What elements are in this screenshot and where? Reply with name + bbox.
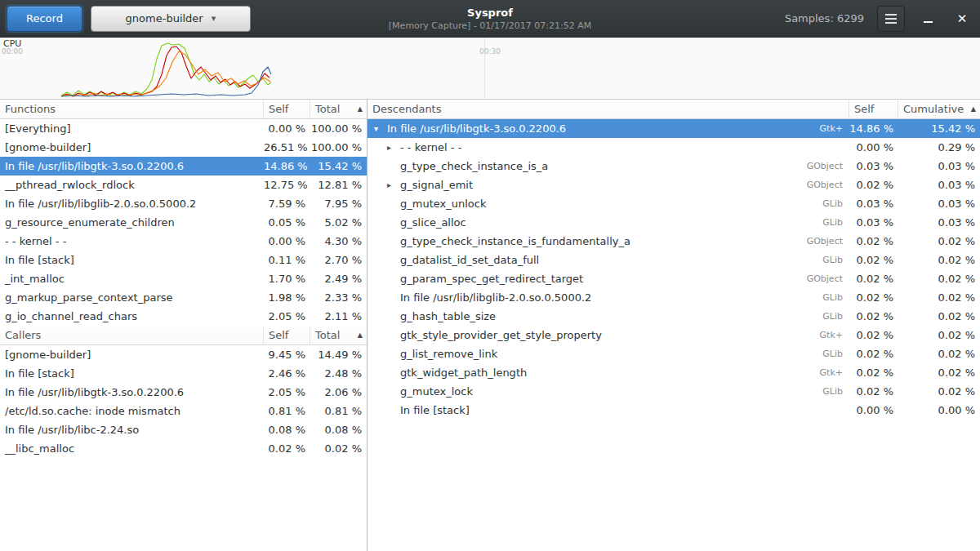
descendant-name: g_list_remove_link	[400, 344, 822, 363]
tree-row[interactable]: g_type_check_instance_is_aGObject0.03 %0…	[368, 157, 980, 176]
table-row[interactable]: g_markup_parse_context_parse1.98 %2.33 %	[0, 288, 367, 307]
sort-indicator-icon: ▲	[358, 105, 363, 113]
table-row[interactable]: In file /usr/lib/libgtk-3.so.0.2200.62.0…	[0, 383, 367, 402]
headerbar: Record gnome-builder ▾ Sysprof [Memory C…	[0, 0, 980, 38]
cpu-usage-chart[interactable]: CPU 00:00 00:30	[0, 38, 980, 100]
descendant-name-cell: ▸- - kernel - -	[368, 138, 849, 157]
library-category: Gtk+	[820, 119, 849, 138]
tree-row[interactable]: g_type_check_instance_is_fundamentally_a…	[368, 232, 980, 251]
tree-row[interactable]: g_hash_table_sizeGLib0.02 %0.02 %	[368, 307, 980, 326]
descendant-name-cell: gtk_widget_path_lengthGtk+	[368, 363, 849, 382]
column-header-self[interactable]: Self	[849, 100, 898, 118]
table-row[interactable]: - - kernel - -0.00 %4.30 %	[0, 232, 367, 251]
column-header-callers[interactable]: Callers	[0, 326, 264, 344]
tree-row[interactable]: g_list_remove_linkGLib0.02 %0.02 %	[368, 344, 980, 363]
functions-table: [Everything]0.00 %100.00 %[gnome-builder…	[0, 119, 367, 326]
table-row[interactable]: In file /usr/lib/libglib-2.0.so.0.5000.2…	[0, 194, 367, 213]
column-header-total[interactable]: Total ▲	[310, 326, 367, 344]
table-row[interactable]: __libc_malloc0.02 %0.02 %	[0, 439, 367, 458]
samples-count: Samples: 6299	[785, 12, 864, 24]
table-row[interactable]: [Everything]0.00 %100.00 %	[0, 119, 367, 138]
cumulative-percent: 0.02 %	[898, 382, 980, 401]
tree-row[interactable]: In file /usr/lib/libglib-2.0.so.0.5000.2…	[368, 288, 980, 307]
descendant-name-cell: gtk_style_provider_get_style_propertyGtk…	[368, 326, 849, 344]
table-row[interactable]: In file /usr/lib/libc-2.24.so0.08 %0.08 …	[0, 420, 367, 439]
total-percent: 0.81 %	[310, 402, 367, 420]
self-percent: 7.59 %	[264, 194, 310, 213]
expander-closed-icon[interactable]: ▸	[387, 138, 400, 157]
function-name: In file /usr/lib/libc-2.24.so	[0, 420, 264, 439]
descendant-name: In file [stack]	[400, 401, 843, 420]
record-button[interactable]: Record	[7, 6, 82, 32]
tree-row[interactable]: g_mutex_lockGLib0.02 %0.02 %	[368, 382, 980, 401]
library-category: GLib	[822, 307, 849, 326]
table-row[interactable]: g_io_channel_read_chars2.05 %2.11 %	[0, 307, 367, 326]
self-percent: 0.02 %	[849, 344, 898, 363]
cumulative-percent: 0.03 %	[898, 213, 980, 232]
cumulative-percent: 0.29 %	[898, 138, 980, 157]
self-percent: 2.05 %	[264, 307, 310, 326]
sort-indicator-icon: ▲	[358, 331, 363, 339]
table-row[interactable]: _int_malloc1.70 %2.49 %	[0, 269, 367, 288]
column-header-self[interactable]: Self	[264, 326, 310, 344]
total-percent: 2.48 %	[310, 364, 367, 383]
tree-row[interactable]: ▾In file /usr/lib/libgtk-3.so.0.2200.6Gt…	[368, 119, 980, 138]
table-row[interactable]: In file [stack]2.46 %2.48 %	[0, 364, 367, 383]
total-percent: 12.81 %	[310, 176, 367, 194]
self-percent: 0.00 %	[264, 119, 310, 138]
total-percent: 7.95 %	[310, 194, 367, 213]
table-row[interactable]: In file /usr/lib/libgtk-3.so.0.2200.614.…	[0, 157, 367, 176]
descendant-name-cell: ▾In file /usr/lib/libgtk-3.so.0.2200.6Gt…	[368, 119, 849, 138]
tree-row[interactable]: g_mutex_unlockGLib0.03 %0.03 %	[368, 194, 980, 213]
descendant-name-cell: g_mutex_unlockGLib	[368, 194, 849, 213]
self-percent: 0.08 %	[264, 420, 310, 439]
expander-open-icon[interactable]: ▾	[374, 119, 387, 138]
tree-row[interactable]: ▸g_signal_emitGObject0.02 %0.03 %	[368, 176, 980, 194]
descendant-name-cell: ▸g_signal_emitGObject	[368, 176, 849, 194]
self-percent: 14.86 %	[849, 119, 898, 138]
table-row[interactable]: __pthread_rwlock_rdlock12.75 %12.81 %	[0, 176, 367, 194]
column-header-cumulative-label: Cumulative	[903, 103, 964, 115]
cumulative-percent: 0.02 %	[898, 251, 980, 269]
chevron-down-icon: ▾	[212, 13, 216, 24]
menu-button[interactable]	[877, 6, 905, 32]
descendant-name: gtk_widget_path_length	[400, 363, 820, 382]
expander-closed-icon[interactable]: ▸	[387, 176, 400, 194]
table-row[interactable]: [gnome-builder]26.51 %100.00 %	[0, 138, 367, 157]
column-header-descendants[interactable]: Descendants	[368, 100, 849, 118]
column-header-functions[interactable]: Functions	[0, 100, 264, 118]
cumulative-percent: 0.02 %	[898, 326, 980, 344]
self-percent: 2.46 %	[264, 364, 310, 383]
column-header-total[interactable]: Total ▲	[310, 100, 367, 118]
self-percent: 14.86 %	[264, 157, 310, 176]
self-percent: 0.03 %	[849, 157, 898, 176]
tree-row[interactable]: ▸- - kernel - -0.00 %0.29 %	[368, 138, 980, 157]
tree-row[interactable]: gtk_style_provider_get_style_propertyGtk…	[368, 326, 980, 344]
tree-row[interactable]: g_slice_allocGLib0.03 %0.03 %	[368, 213, 980, 232]
table-row[interactable]: [gnome-builder]9.45 %14.49 %	[0, 345, 367, 364]
tree-row[interactable]: g_param_spec_get_redirect_targetGObject0…	[368, 269, 980, 288]
descendant-name-cell: In file /usr/lib/libglib-2.0.so.0.5000.2…	[368, 288, 849, 307]
total-percent: 100.00 %	[310, 119, 367, 138]
profile-panes: Functions Self Total ▲ [Everything]0.00 …	[0, 100, 980, 551]
tree-row[interactable]: gtk_widget_path_lengthGtk+0.02 %0.02 %	[368, 363, 980, 382]
table-row[interactable]: In file [stack]0.11 %2.70 %	[0, 251, 367, 269]
close-button[interactable]: ✕	[951, 7, 973, 30]
column-header-cumulative[interactable]: Cumulative ▲	[898, 100, 980, 118]
cumulative-percent: 0.03 %	[898, 176, 980, 194]
column-header-self[interactable]: Self	[264, 100, 310, 118]
descendant-name-cell: g_slice_allocGLib	[368, 213, 849, 232]
table-row[interactable]: /etc/ld.so.cache: inode mismatch0.81 %0.…	[0, 402, 367, 420]
total-percent: 4.30 %	[310, 232, 367, 251]
tree-row[interactable]: In file [stack]0.00 %0.00 %	[368, 401, 980, 420]
library-category: GLib	[822, 288, 849, 307]
minimize-button[interactable]	[916, 7, 939, 30]
chart-series-cpu-core-red	[61, 47, 270, 96]
tree-row[interactable]: g_datalist_id_set_data_fullGLib0.02 %0.0…	[368, 251, 980, 269]
descendant-name: - - kernel - -	[400, 138, 843, 157]
function-name: __libc_malloc	[0, 439, 264, 458]
process-selector-dropdown[interactable]: gnome-builder ▾	[91, 6, 251, 32]
close-icon: ✕	[957, 12, 968, 24]
total-percent: 2.49 %	[310, 269, 367, 288]
table-row[interactable]: g_resource_enumerate_children0.05 %5.02 …	[0, 213, 367, 232]
